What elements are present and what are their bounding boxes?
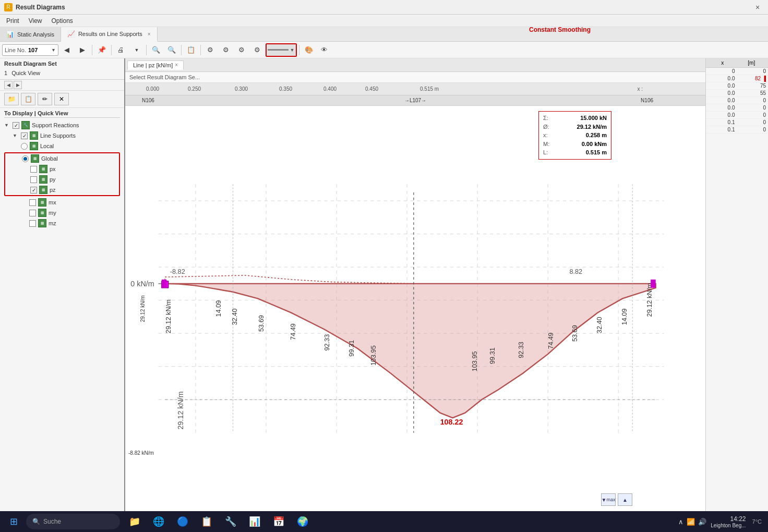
main-container: Result Diagram Set 1 Quick View ◀ ▶ 📁 📋 … (0, 58, 768, 511)
tree-mx[interactable]: ▦ mx (4, 197, 120, 208)
nav-prev-btn[interactable]: ◀ (59, 43, 74, 57)
svg-text:29.12 kN/m: 29.12 kN/m (165, 299, 172, 333)
global-label: Global (41, 155, 58, 162)
tree-support-reactions[interactable]: ▼ 🔧 Support Reactions (4, 120, 120, 130)
global-radio[interactable] (22, 155, 29, 162)
sub-tab-line-pz[interactable]: Line | pz [kN/m] × (127, 61, 184, 70)
smoothing-dropdown-icon[interactable]: ▼ (290, 47, 294, 53)
taskbar-sys-icons: ∧ 📶 🔊 (678, 518, 706, 526)
nav-next-btn[interactable]: ▶ (75, 43, 90, 57)
taskbar-app-edge[interactable]: 🌐 (147, 512, 170, 531)
print-btn[interactable]: 🖨 (114, 43, 128, 57)
expand-icon: ▼ (4, 123, 10, 128)
tree-local[interactable]: ▦ Local (4, 141, 120, 151)
tree-pz[interactable]: ▦ pz (5, 185, 119, 195)
info-l-label: L: (543, 148, 548, 157)
tree-global[interactable]: ▦ Global (5, 153, 119, 164)
menu-print[interactable]: Print (2, 16, 23, 26)
zoom-out-btn[interactable]: 🔍 (149, 43, 163, 57)
view-btn[interactable]: 👁 (317, 43, 332, 57)
line-no-selector[interactable]: Line No. 107 ▼ (2, 44, 58, 56)
my-checkbox[interactable] (29, 210, 36, 216)
sep1 (92, 45, 92, 55)
tree-line-supports[interactable]: ▼ ▦ Line Supports (4, 130, 120, 141)
nav-right-btn[interactable]: ▶ (14, 81, 22, 89)
mx-icon: ▦ (38, 198, 46, 207)
close-button[interactable]: × (751, 1, 764, 14)
action-row: 📁 📋 ✏ ✕ (0, 91, 124, 108)
sep3 (146, 45, 147, 55)
sep5 (200, 45, 201, 55)
line-no-dropdown-icon[interactable]: ▼ (51, 47, 56, 53)
results-icon: 📈 (67, 30, 75, 38)
color-btn[interactable]: 🎨 (302, 43, 316, 57)
settings-btn3[interactable]: ⚙ (234, 43, 249, 57)
pin-btn[interactable]: 📌 (94, 43, 109, 57)
max-filter-btn[interactable]: ▼ max (601, 493, 616, 506)
svg-text:53.69: 53.69 (571, 325, 579, 342)
tab-static-analysis[interactable]: 📊 Static Analysis (0, 27, 61, 41)
svg-text:29.12 kN/m: 29.12 kN/m (646, 283, 653, 317)
tree-px[interactable]: ▦ px (5, 164, 119, 174)
print-dropdown-btn[interactable]: ▼ (129, 43, 144, 57)
speaker-icon[interactable]: 🔊 (698, 518, 706, 526)
sub-tab-close-icon[interactable]: × (175, 62, 178, 68)
menu-view[interactable]: View (25, 16, 46, 26)
copy-btn[interactable]: 📋 (21, 93, 35, 105)
nav-left-btn[interactable]: ◀ (4, 81, 13, 89)
tree-my[interactable]: ▦ my (4, 208, 120, 218)
tree-mz[interactable]: ▦ mz (4, 218, 120, 228)
network-icon[interactable]: 📶 (687, 518, 695, 526)
zoom-in-btn[interactable]: 🔍 (164, 43, 179, 57)
start-button[interactable]: ⊞ (2, 512, 25, 531)
pz-icon: ▦ (39, 186, 47, 194)
max-icon: ▼ (602, 497, 607, 503)
right-table-header: x [m] (706, 58, 768, 68)
support-reactions-checkbox[interactable] (13, 122, 19, 129)
diagram-set-name: Quick View (11, 70, 120, 76)
py-checkbox[interactable] (30, 176, 37, 183)
taskbar-app-1[interactable]: 🔵 (171, 512, 194, 531)
taskbar-app-5[interactable]: 📅 (267, 512, 290, 531)
table-row: 0 0 (706, 68, 768, 75)
tab-results-line-supports[interactable]: 📈 Results on Line Supports × (61, 27, 158, 42)
min-filter-btn[interactable]: ▲ (618, 493, 632, 506)
py-icon: ▦ (39, 175, 47, 184)
ruler-mark-0: 0.000 (146, 86, 159, 92)
info-sum-label: Σ: (543, 114, 548, 123)
taskbar-search[interactable]: 🔍 Suche (26, 514, 120, 529)
menu-options[interactable]: Options (47, 16, 77, 26)
local-radio[interactable] (21, 143, 28, 150)
info-phi-value: 29.12 kN/m (577, 123, 607, 131)
mz-checkbox[interactable] (29, 220, 36, 227)
info-m-row: M: 0.00 kNm (543, 140, 607, 149)
tree-py[interactable]: ▦ py (5, 174, 119, 185)
table-row: 0.0 82 ▐ (706, 75, 768, 82)
chevron-up-icon[interactable]: ∧ (678, 518, 683, 526)
tab-close-icon[interactable]: × (148, 31, 151, 37)
edit-btn[interactable]: ✏ (38, 93, 52, 105)
sep6 (299, 45, 299, 55)
pz-checkbox[interactable] (30, 187, 37, 194)
delete-btn[interactable]: ✕ (54, 93, 69, 105)
table-row: 0.0 0 (706, 112, 768, 119)
table-row: 0.0 55 (706, 90, 768, 97)
y-axis-neg-label: -8.82 kN/m (128, 450, 154, 456)
settings-btn2[interactable]: ⚙ (219, 43, 233, 57)
px-checkbox[interactable] (30, 166, 37, 173)
node-n106-left: N106 (142, 98, 154, 103)
taskbar-app-explorer[interactable]: 📁 (123, 512, 146, 531)
taskbar-app-3[interactable]: 🔧 (219, 512, 242, 531)
smoothing-btn[interactable]: ▼ (266, 43, 297, 57)
mx-checkbox[interactable] (29, 199, 36, 206)
line-supports-checkbox[interactable] (21, 132, 28, 139)
svg-text:92.33: 92.33 (518, 342, 525, 358)
taskbar-app-6[interactable]: 🌍 (291, 512, 314, 531)
display-btn[interactable]: 📋 (184, 43, 198, 57)
taskbar-app-2[interactable]: 📋 (195, 512, 218, 531)
add-btn[interactable]: 📁 (4, 93, 19, 105)
settings-btn1[interactable]: ⚙ (203, 43, 218, 57)
taskbar-clock[interactable]: 14:22 Leighton Beg... (711, 515, 746, 528)
taskbar-app-4[interactable]: 📊 (243, 512, 266, 531)
settings-btn4[interactable]: ⚙ (250, 43, 265, 57)
